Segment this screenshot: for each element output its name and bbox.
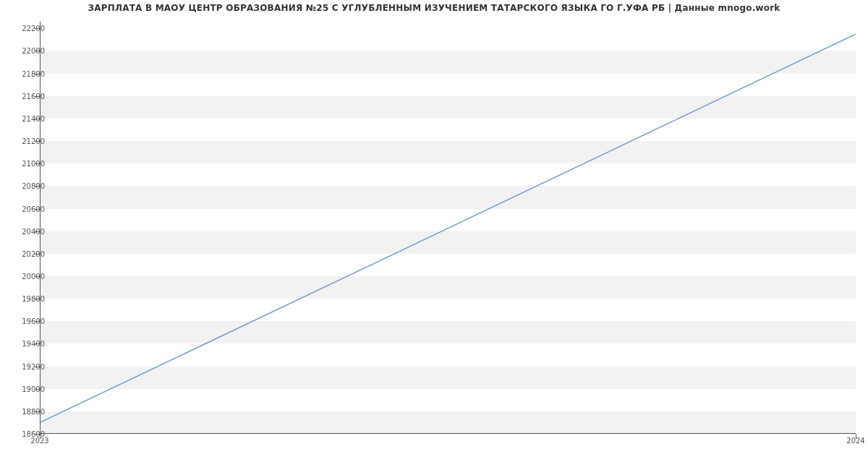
x-axis-line [40,433,856,434]
y-tick-label: 20000 [9,272,45,280]
y-tick-label: 20400 [9,227,45,235]
y-tick-label: 21200 [9,137,45,145]
y-tick-label: 18800 [9,407,45,415]
y-tick-label: 22000 [9,47,45,55]
y-tick-label: 21600 [9,92,45,100]
plot-area [40,22,856,434]
x-tick-label: 2023 [30,437,48,445]
y-tick-label: 21400 [9,114,45,122]
line-series [40,22,856,434]
x-tick-label: 2024 [846,437,864,445]
y-tick-label: 19000 [9,385,45,393]
y-tick-label: 20800 [9,182,45,190]
salary-line-chart: ЗАРПЛАТА В МАОУ ЦЕНТР ОБРАЗОВАНИЯ №25 С … [0,0,868,470]
y-tick-label: 21800 [9,69,45,77]
y-tick-label: 21000 [9,160,45,168]
chart-title: ЗАРПЛАТА В МАОУ ЦЕНТР ОБРАЗОВАНИЯ №25 С … [0,3,868,13]
y-tick-label: 19600 [9,317,45,325]
y-tick-label: 20600 [9,205,45,213]
y-tick-label: 20200 [9,249,45,257]
y-tick-label: 19400 [9,340,45,348]
y-tick-label: 22200 [9,25,45,33]
y-tick-label: 19800 [9,295,45,303]
y-tick-label: 19200 [9,362,45,370]
series-line [40,34,856,422]
